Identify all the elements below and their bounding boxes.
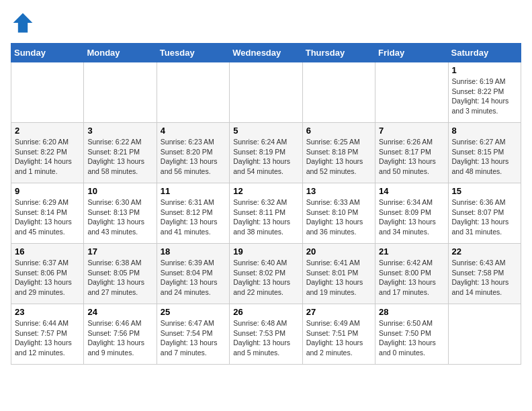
week-row-3: 16Sunrise: 6:37 AM Sunset: 8:06 PM Dayli…: [11, 244, 521, 304]
day-number: 27: [306, 307, 371, 317]
day-cell: 12Sunrise: 6:32 AM Sunset: 8:11 PM Dayli…: [230, 183, 302, 244]
day-info: Sunrise: 6:22 AM Sunset: 8:21 PM Dayligh…: [87, 137, 152, 177]
svg-marker-0: [13, 13, 33, 33]
header-thursday: Thursday: [302, 44, 375, 62]
header-tuesday: Tuesday: [157, 44, 229, 62]
day-number: 3: [87, 126, 152, 136]
day-cell: 27Sunrise: 6:49 AM Sunset: 7:51 PM Dayli…: [302, 304, 375, 365]
day-number: 17: [87, 246, 152, 257]
day-cell: 1Sunrise: 6:19 AM Sunset: 8:22 PM Daylig…: [448, 62, 521, 123]
day-info: Sunrise: 6:43 AM Sunset: 7:58 PM Dayligh…: [452, 258, 517, 298]
day-cell: 19Sunrise: 6:40 AM Sunset: 8:02 PM Dayli…: [230, 244, 302, 304]
day-cell: 8Sunrise: 6:27 AM Sunset: 8:15 PM Daylig…: [448, 123, 521, 183]
day-cell: [157, 62, 229, 123]
day-info: Sunrise: 6:29 AM Sunset: 8:14 PM Dayligh…: [15, 197, 80, 237]
day-number: 14: [379, 186, 444, 196]
day-info: Sunrise: 6:24 AM Sunset: 8:19 PM Dayligh…: [233, 137, 298, 177]
day-cell: 23Sunrise: 6:44 AM Sunset: 7:57 PM Dayli…: [11, 304, 84, 365]
logo: [11, 11, 38, 35]
day-cell: [448, 304, 521, 365]
week-row-0: 1Sunrise: 6:19 AM Sunset: 8:22 PM Daylig…: [11, 62, 521, 123]
day-number: 8: [452, 126, 517, 136]
day-info: Sunrise: 6:31 AM Sunset: 8:12 PM Dayligh…: [161, 197, 226, 237]
day-cell: 28Sunrise: 6:50 AM Sunset: 7:50 PM Dayli…: [375, 304, 448, 365]
day-info: Sunrise: 6:30 AM Sunset: 8:13 PM Dayligh…: [87, 197, 152, 237]
day-number: 26: [233, 307, 298, 317]
day-info: Sunrise: 6:46 AM Sunset: 7:56 PM Dayligh…: [87, 318, 152, 358]
day-cell: 6Sunrise: 6:25 AM Sunset: 8:18 PM Daylig…: [302, 123, 375, 183]
day-cell: 7Sunrise: 6:26 AM Sunset: 8:17 PM Daylig…: [375, 123, 448, 183]
day-info: Sunrise: 6:41 AM Sunset: 8:01 PM Dayligh…: [306, 258, 371, 298]
header-friday: Friday: [375, 44, 448, 62]
day-cell: 5Sunrise: 6:24 AM Sunset: 8:19 PM Daylig…: [230, 123, 302, 183]
header-sunday: Sunday: [11, 44, 84, 62]
week-row-1: 2Sunrise: 6:20 AM Sunset: 8:22 PM Daylig…: [11, 123, 521, 183]
day-number: 7: [379, 126, 444, 136]
day-cell: 18Sunrise: 6:39 AM Sunset: 8:04 PM Dayli…: [157, 244, 229, 304]
day-info: Sunrise: 6:50 AM Sunset: 7:50 PM Dayligh…: [379, 318, 444, 358]
day-cell: 14Sunrise: 6:34 AM Sunset: 8:09 PM Dayli…: [375, 183, 448, 244]
day-cell: 16Sunrise: 6:37 AM Sunset: 8:06 PM Dayli…: [11, 244, 84, 304]
day-number: 2: [15, 126, 80, 136]
day-cell: [302, 62, 375, 123]
day-info: Sunrise: 6:37 AM Sunset: 8:06 PM Dayligh…: [15, 258, 80, 298]
day-cell: 21Sunrise: 6:42 AM Sunset: 8:00 PM Dayli…: [375, 244, 448, 304]
day-cell: 13Sunrise: 6:33 AM Sunset: 8:10 PM Dayli…: [302, 183, 375, 244]
day-cell: 9Sunrise: 6:29 AM Sunset: 8:14 PM Daylig…: [11, 183, 84, 244]
day-info: Sunrise: 6:40 AM Sunset: 8:02 PM Dayligh…: [233, 258, 298, 298]
day-cell: [11, 62, 84, 123]
day-cell: 17Sunrise: 6:38 AM Sunset: 8:05 PM Dayli…: [84, 244, 157, 304]
week-row-4: 23Sunrise: 6:44 AM Sunset: 7:57 PM Dayli…: [11, 304, 521, 365]
day-cell: 22Sunrise: 6:43 AM Sunset: 7:58 PM Dayli…: [448, 244, 521, 304]
day-number: 24: [87, 307, 152, 317]
week-row-2: 9Sunrise: 6:29 AM Sunset: 8:14 PM Daylig…: [11, 183, 521, 244]
day-info: Sunrise: 6:36 AM Sunset: 8:07 PM Dayligh…: [452, 197, 517, 237]
day-info: Sunrise: 6:47 AM Sunset: 7:54 PM Dayligh…: [161, 318, 226, 358]
day-info: Sunrise: 6:39 AM Sunset: 8:04 PM Dayligh…: [161, 258, 226, 298]
day-cell: 25Sunrise: 6:47 AM Sunset: 7:54 PM Dayli…: [157, 304, 229, 365]
day-number: 1: [452, 65, 517, 75]
logo-icon: [11, 11, 35, 35]
day-number: 4: [161, 126, 226, 136]
day-number: 25: [161, 307, 226, 317]
day-cell: 11Sunrise: 6:31 AM Sunset: 8:12 PM Dayli…: [157, 183, 229, 244]
day-number: 22: [452, 246, 517, 257]
header-saturday: Saturday: [448, 44, 521, 62]
day-info: Sunrise: 6:42 AM Sunset: 8:00 PM Dayligh…: [379, 258, 444, 298]
header-wednesday: Wednesday: [230, 44, 302, 62]
day-info: Sunrise: 6:27 AM Sunset: 8:15 PM Dayligh…: [452, 137, 517, 177]
calendar-header-row: SundayMondayTuesdayWednesdayThursdayFrid…: [11, 44, 521, 62]
day-number: 9: [15, 186, 80, 196]
day-info: Sunrise: 6:32 AM Sunset: 8:11 PM Dayligh…: [233, 197, 298, 237]
day-number: 23: [15, 307, 80, 317]
day-cell: [84, 62, 157, 123]
day-cell: 26Sunrise: 6:48 AM Sunset: 7:53 PM Dayli…: [230, 304, 302, 365]
day-number: 21: [379, 246, 444, 257]
day-number: 13: [306, 186, 371, 196]
day-cell: 20Sunrise: 6:41 AM Sunset: 8:01 PM Dayli…: [302, 244, 375, 304]
day-number: 5: [233, 126, 298, 136]
day-info: Sunrise: 6:49 AM Sunset: 7:51 PM Dayligh…: [306, 318, 371, 358]
day-info: Sunrise: 6:44 AM Sunset: 7:57 PM Dayligh…: [15, 318, 80, 358]
day-info: Sunrise: 6:23 AM Sunset: 8:20 PM Dayligh…: [161, 137, 226, 177]
day-info: Sunrise: 6:19 AM Sunset: 8:22 PM Dayligh…: [452, 77, 517, 116]
day-info: Sunrise: 6:38 AM Sunset: 8:05 PM Dayligh…: [87, 258, 152, 298]
header-monday: Monday: [84, 44, 157, 62]
day-number: 12: [233, 186, 298, 196]
day-cell: 4Sunrise: 6:23 AM Sunset: 8:20 PM Daylig…: [157, 123, 229, 183]
day-number: 28: [379, 307, 444, 317]
day-cell: [375, 62, 448, 123]
day-number: 10: [87, 186, 152, 196]
day-number: 6: [306, 126, 371, 136]
day-info: Sunrise: 6:25 AM Sunset: 8:18 PM Dayligh…: [306, 137, 371, 177]
day-cell: 15Sunrise: 6:36 AM Sunset: 8:07 PM Dayli…: [448, 183, 521, 244]
day-cell: [230, 62, 302, 123]
day-info: Sunrise: 6:20 AM Sunset: 8:22 PM Dayligh…: [15, 137, 80, 177]
day-number: 16: [15, 246, 80, 257]
day-cell: 2Sunrise: 6:20 AM Sunset: 8:22 PM Daylig…: [11, 123, 84, 183]
day-info: Sunrise: 6:33 AM Sunset: 8:10 PM Dayligh…: [306, 197, 371, 237]
header: [11, 11, 521, 35]
day-number: 15: [452, 186, 517, 196]
day-cell: 10Sunrise: 6:30 AM Sunset: 8:13 PM Dayli…: [84, 183, 157, 244]
day-number: 18: [161, 246, 226, 257]
